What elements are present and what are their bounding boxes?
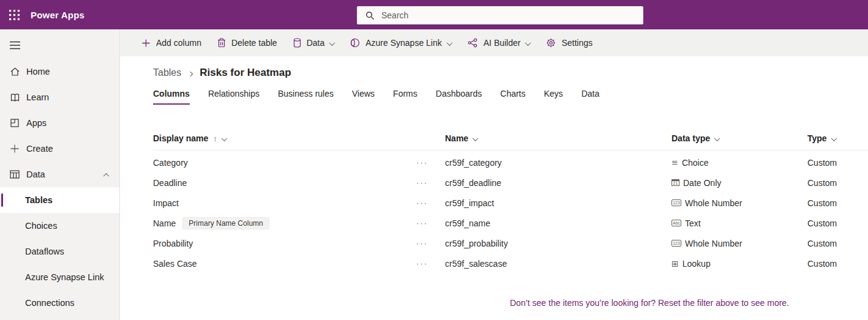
sidebar-item-choices[interactable]: Choices: [0, 213, 119, 239]
chevron-down-icon: [473, 133, 477, 143]
table-row[interactable]: NamePrimary Name Column···cr59f_nameAbcT…: [153, 213, 868, 233]
sidebar-item-home[interactable]: Home: [0, 59, 119, 84]
tab-forms[interactable]: Forms: [393, 89, 417, 105]
sidebar-item-azure-synapse-link[interactable]: Azure Synapse Link: [0, 264, 119, 290]
row-more-button[interactable]: ···: [416, 198, 445, 207]
waffle-menu-icon[interactable]: [0, 0, 28, 29]
search-icon: [365, 11, 375, 20]
data-type-label: Text: [685, 218, 701, 228]
data-type-label: Whole Number: [685, 239, 742, 248]
row-more-button[interactable]: ···: [416, 178, 445, 187]
tab-views[interactable]: Views: [352, 89, 375, 105]
search-input[interactable]: [381, 10, 614, 20]
tab-dashboards[interactable]: Dashboards: [436, 89, 482, 105]
tab-data[interactable]: Data: [582, 89, 600, 105]
main-area: Add column Delete table: [120, 29, 868, 320]
row-more-button[interactable]: ···: [416, 239, 445, 248]
add-column-label: Add column: [156, 38, 201, 48]
sidebar-item-dataflows[interactable]: Dataflows: [0, 239, 119, 264]
sidebar-item-learn[interactable]: Learn: [0, 84, 119, 110]
row-more-button[interactable]: ···: [416, 218, 445, 228]
home-icon: [9, 67, 20, 76]
date-icon: 21: [672, 179, 679, 186]
settings-button[interactable]: Settings: [539, 32, 599, 53]
ai-builder-label: AI Builder: [484, 38, 521, 48]
sidebar-item-apps[interactable]: Apps: [0, 110, 119, 136]
apps-icon: [9, 118, 20, 128]
display-name-text: Name: [153, 218, 176, 228]
cell-name: cr59f_impact: [445, 198, 672, 208]
display-name-text: Probability: [153, 239, 193, 248]
tab-columns[interactable]: Columns: [153, 89, 190, 105]
primary-name-badge: Primary Name Column: [182, 217, 269, 229]
sidebar-item-tables[interactable]: Tables: [0, 187, 119, 213]
sort-ascending-icon: ↑: [213, 134, 217, 143]
cell-display-name: Sales Case: [153, 259, 416, 269]
data-type-label: Whole Number: [685, 198, 742, 208]
sidebar-item-data[interactable]: Data: [0, 162, 119, 187]
chevron-down-icon: [330, 38, 334, 48]
sidebar-item-connections[interactable]: Connections: [0, 290, 119, 316]
choice-icon: ≡: [672, 158, 678, 166]
cell-data-type: 123Whole Number: [672, 198, 807, 208]
page-title: Risks for Heatmap: [200, 67, 291, 79]
ai-builder-button[interactable]: AI Builder: [461, 32, 537, 53]
tab-business-rules[interactable]: Business rules: [278, 89, 334, 105]
cell-name: cr59f_probability: [445, 239, 672, 248]
data-type-label: Lookup: [683, 259, 711, 269]
breadcrumb-tables-link[interactable]: Tables: [153, 67, 181, 78]
sidebar-item-create[interactable]: Create: [0, 136, 119, 162]
row-more-button[interactable]: ···: [416, 259, 445, 268]
sidebar-item-label: Home: [26, 67, 50, 76]
cell-type: Custom: [807, 198, 868, 208]
column-header-display-name[interactable]: Display name ↑: [153, 133, 416, 143]
plus-icon: [141, 39, 151, 48]
command-bar: Add column Delete table: [120, 29, 868, 56]
tab-relationships[interactable]: Relationships: [208, 89, 260, 105]
display-name-text: Sales Case: [153, 259, 197, 269]
reset-filter-link[interactable]: Don’t see the items you’re looking for? …: [510, 298, 789, 308]
hamburger-menu-icon[interactable]: [0, 37, 29, 54]
ai-builder-icon: [468, 38, 478, 48]
cell-display-name: NamePrimary Name Column: [153, 217, 416, 229]
display-name-text: Category: [153, 158, 188, 168]
cell-type: Custom: [807, 259, 868, 269]
global-search[interactable]: [357, 6, 643, 24]
delete-table-button[interactable]: Delete table: [211, 32, 284, 53]
table-header-row: Display name ↑ Name Data type Type: [153, 133, 868, 151]
column-header-label: Type: [807, 133, 827, 143]
synapse-icon: [350, 38, 360, 48]
column-header-data-type[interactable]: Data type: [672, 133, 807, 143]
tab-charts[interactable]: Charts: [500, 89, 525, 105]
table-row[interactable]: Probability···cr59f_probability123Whole …: [153, 233, 868, 253]
sidebar-subnav: TablesChoicesDataflowsAzure Synapse Link…: [0, 187, 119, 316]
cell-data-type: ≡Choice: [672, 158, 807, 168]
add-column-button[interactable]: Add column: [135, 32, 208, 53]
chevron-up-icon: [104, 169, 108, 179]
number-icon: 123: [672, 199, 681, 206]
text-icon: Abc: [672, 220, 681, 226]
cell-name: cr59f_name: [445, 218, 672, 228]
sidebar-item-label: Data: [26, 169, 45, 179]
chevron-down-icon: [447, 38, 452, 48]
sidebar-item-label: Create: [26, 144, 53, 154]
chevron-down-icon: [526, 38, 530, 48]
column-header-name[interactable]: Name: [445, 133, 672, 143]
tab-keys[interactable]: Keys: [544, 89, 563, 105]
table-row[interactable]: Category···cr59f_category≡ChoiceCustom: [153, 152, 868, 173]
table-body: Category···cr59f_category≡ChoiceCustomDe…: [153, 152, 868, 273]
row-more-button[interactable]: ···: [416, 158, 445, 167]
cell-display-name: Category: [153, 158, 416, 168]
data-menu-button[interactable]: Data: [286, 32, 342, 53]
chevron-down-icon: [832, 133, 836, 143]
table-row[interactable]: Deadline···cr59f_deadline21Date OnlyCust…: [153, 173, 868, 193]
cell-display-name: Impact: [153, 198, 416, 208]
table-row[interactable]: Sales Case···cr59f_salescase⊞LookupCusto…: [153, 253, 868, 273]
column-header-type[interactable]: Type: [807, 133, 868, 143]
azure-synapse-link-button[interactable]: Azure Synapse Link: [343, 32, 458, 53]
cell-type: Custom: [807, 218, 868, 228]
table-row[interactable]: Impact···cr59f_impact123Whole NumberCust…: [153, 193, 868, 213]
sidebar: Home Learn Apps: [0, 29, 120, 320]
column-header-label: Name: [445, 133, 468, 143]
app-header: Power Apps: [0, 0, 868, 29]
